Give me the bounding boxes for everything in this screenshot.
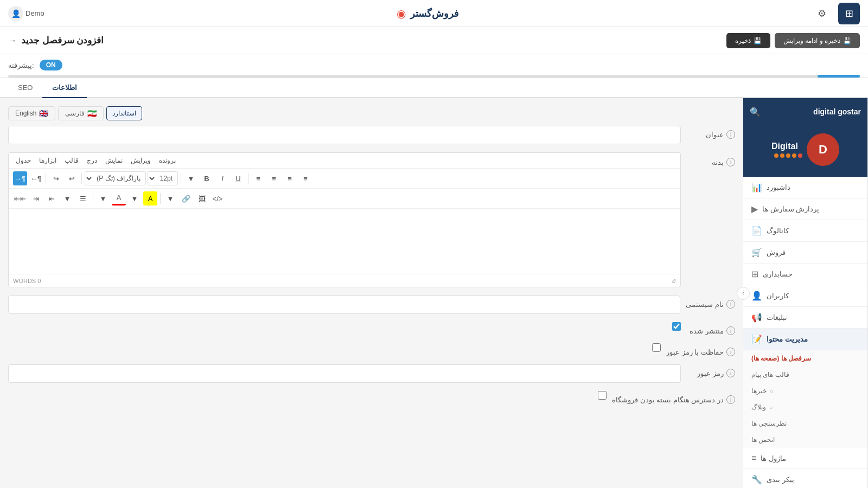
sidebar-item-dashboard[interactable]: داشبورد 📊 <box>743 177 867 198</box>
store-closed-checkbox[interactable] <box>598 391 607 400</box>
sidebar-item-orders[interactable]: پردازش سفارش ها ▶ <box>743 198 867 220</box>
sidebar-sub-item-blog[interactable]: ○ وبلاگ <box>743 399 867 415</box>
users-icon: 👤 <box>751 291 762 301</box>
font-size-select[interactable]: 12pt 14pt 16pt <box>148 171 178 185</box>
menu-file[interactable]: پرونده <box>156 156 178 165</box>
sidebar-item-label: پیکر بندی <box>767 476 794 484</box>
menu-insert[interactable]: درج <box>84 156 100 165</box>
save-continue-button[interactable]: 💾 ذخیره و ادامه ویرایش <box>775 33 860 48</box>
lang-tab-standard[interactable]: استاندارد <box>106 106 142 120</box>
menu-format[interactable]: قالب <box>62 156 81 165</box>
sidebar-item-branding[interactable]: پیکر بندی 🔧 <box>743 469 867 488</box>
action-buttons: 💾 ذخیره و ادامه ویرایش 💾 ذخیره <box>726 33 860 48</box>
sidebar-item-sales[interactable]: فروش 🛒 <box>743 242 867 264</box>
image-btn[interactable]: 🖼 <box>195 191 209 206</box>
orders-icon: ▶ <box>751 204 758 214</box>
sidebar-search-icon[interactable]: 🔍 <box>750 107 761 117</box>
italic-btn[interactable]: I <box>215 171 229 185</box>
paragraph-select[interactable]: پاراگراف (تگ P) <box>85 171 146 185</box>
tab-seo[interactable]: SEO <box>8 78 42 98</box>
password-input[interactable] <box>8 364 681 383</box>
password-row: i رمز عبور <box>8 364 735 383</box>
lang-tab-fa[interactable]: 🇮🇷 فارسی <box>58 106 104 120</box>
sub-bullet: ○ <box>769 404 773 410</box>
highlight-btn[interactable]: A <box>143 191 157 206</box>
font-color-btn[interactable]: A <box>112 191 126 206</box>
rtl-btn[interactable]: ¶← <box>29 171 43 185</box>
sys-name-info-icon[interactable]: i <box>726 300 735 309</box>
gear-icon[interactable]: ⚙ <box>811 3 833 24</box>
progress-toggle[interactable]: ON <box>40 60 62 70</box>
menu-view[interactable]: نمایش <box>103 156 125 165</box>
unindent-btn[interactable]: ⇤ <box>44 191 59 206</box>
user-icon[interactable]: 👤 <box>8 6 23 21</box>
ltr-btn[interactable]: ¶→ <box>13 171 27 185</box>
logo-text: فروش‌گستر <box>410 8 459 20</box>
save-continue-icon: 💾 <box>843 37 851 44</box>
sidebar-sub-item-pages[interactable]: سرفصل ها (صفحه ها) <box>743 350 867 367</box>
back-arrow-icon[interactable]: → <box>8 36 17 46</box>
sidebar-item-modules[interactable]: ماژول ها ≡ <box>743 448 867 469</box>
title-info-icon[interactable]: i <box>726 130 735 139</box>
link-dropdown-btn[interactable]: ▼ <box>163 191 177 206</box>
store-closed-info-icon[interactable]: i <box>726 395 735 404</box>
editor-menubar: پرونده ویرایش نمایش درج قالب ابزارها جدو… <box>9 153 680 169</box>
bold-btn[interactable]: B <box>200 171 214 185</box>
main-content: استاندارد 🇮🇷 فارسی 🇬🇧 English i عنوان <box>0 98 743 488</box>
sidebar-item-label: پردازش سفارش ها <box>762 205 819 213</box>
align-justify-btn[interactable]: ≡ <box>251 171 265 185</box>
redo-btn[interactable]: ↪ <box>49 171 63 185</box>
sidebar-item-cms[interactable]: مدیریت محتوا 📝 <box>743 329 867 350</box>
title-input[interactable] <box>8 126 681 144</box>
tab-info[interactable]: اطلاعات <box>42 78 87 98</box>
menu-edit[interactable]: ویرایش <box>128 156 154 165</box>
dashboard-icon: 📊 <box>751 182 762 192</box>
sidebar-sub-item-news[interactable]: ○ خبرها <box>743 383 867 399</box>
title-label: i عنوان <box>686 126 735 139</box>
sales-icon: 🛒 <box>751 247 762 258</box>
sidebar-sub-item-polls[interactable]: نظرسنجی ها <box>743 415 867 432</box>
password-protect-checkbox[interactable] <box>652 343 661 352</box>
editor-body[interactable] <box>9 209 680 274</box>
sidebar-sub-item-templates[interactable]: قالب های پیام <box>743 367 867 383</box>
undo-btn[interactable]: ↩ <box>65 171 79 185</box>
published-info-icon[interactable]: i <box>726 326 735 335</box>
menu-table[interactable]: جدول <box>13 156 34 165</box>
published-checkbox[interactable] <box>672 322 681 331</box>
highlight-dropdown-btn[interactable]: ▼ <box>127 191 142 206</box>
save-button[interactable]: 💾 ذخیره <box>726 33 770 48</box>
align-right-btn[interactable]: ≡ <box>298 171 312 185</box>
fa-flag: 🇮🇷 <box>87 109 97 118</box>
sidebar-item-users[interactable]: کاربران 👤 <box>743 285 867 307</box>
list-dropdown-btn[interactable]: ▼ <box>60 191 74 206</box>
format-dropdown-btn[interactable]: ▼ <box>184 171 198 185</box>
sidebar-sub-item-forum[interactable]: انجمن ها <box>743 432 867 448</box>
underline-btn[interactable]: U <box>231 171 245 185</box>
password-info-icon[interactable]: i <box>726 369 735 377</box>
topbar-logo: فروش‌گستر ◉ <box>397 7 459 20</box>
body-info-icon[interactable]: i <box>726 158 735 166</box>
indent-btn[interactable]: ⇥ <box>29 191 43 206</box>
sys-name-input[interactable] <box>8 296 680 314</box>
sidebar-collapse-button[interactable]: › <box>737 287 750 300</box>
catalog-icon: 📄 <box>751 226 762 236</box>
lang-tab-en[interactable]: 🇬🇧 English <box>8 106 55 120</box>
align-left-btn[interactable]: ≡ <box>267 171 281 185</box>
sidebar-item-ads[interactable]: تبلیغات 📢 <box>743 307 867 329</box>
font-color-dropdown-btn[interactable]: ▼ <box>96 191 110 206</box>
list-btn[interactable]: ☰ <box>76 191 90 206</box>
body-label: i بدنه <box>686 152 735 166</box>
resize-handle[interactable]: ⊿ <box>671 277 676 284</box>
link-btn[interactable]: 🔗 <box>179 191 193 206</box>
sidebar-item-catalog[interactable]: کاتالوگ 📄 <box>743 220 867 242</box>
right-sidebar: digital gostar 🔍 D Digital <box>743 98 868 488</box>
sidebar-logo-area: D Digital <box>743 125 867 177</box>
outdent-btn[interactable]: ⇤⇤ <box>13 191 27 206</box>
sidebar-item-accounting[interactable]: حسابداری ⊞ <box>743 264 867 285</box>
password-protect-info-icon[interactable]: i <box>726 348 735 356</box>
grid-icon[interactable]: ⊞ <box>838 3 860 24</box>
align-center-btn[interactable]: ≡ <box>283 171 297 185</box>
code-btn[interactable]: </> <box>210 191 225 206</box>
topbar-right: Demo 👤 <box>8 6 44 21</box>
menu-tools[interactable]: ابزارها <box>36 156 59 165</box>
